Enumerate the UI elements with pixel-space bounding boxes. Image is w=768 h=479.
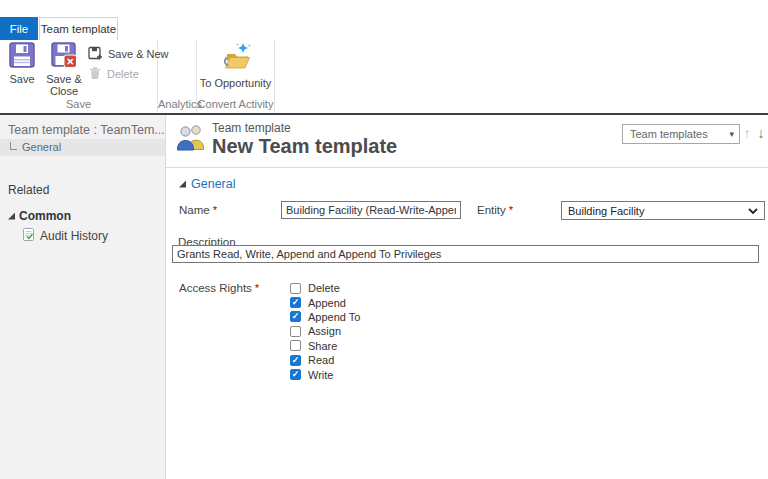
checkbox-append-to[interactable]: ✓ — [290, 311, 301, 322]
name-field-label: Name* — [179, 204, 217, 216]
ribbon: Save ✕ Save & Close — [0, 40, 768, 115]
checkbox-label: Share — [308, 340, 337, 352]
entity-label-text: Entity — [477, 204, 506, 216]
checkbox-share[interactable] — [290, 340, 301, 351]
save-and-close-button-label: Save & Close — [43, 73, 85, 97]
delete-button[interactable]: Delete — [88, 64, 169, 84]
svg-text:✕: ✕ — [66, 56, 74, 67]
access-right-row: Assign — [290, 324, 360, 338]
folder-sparkle-icon — [219, 42, 253, 74]
team-template-record-icon — [175, 123, 207, 155]
delete-button-label: Delete — [107, 68, 139, 80]
ribbon-tab-strip: File Team template — [0, 17, 768, 40]
checkbox-label: Write — [308, 369, 333, 381]
ribbon-small-buttons: Save & New Delete — [88, 44, 169, 84]
sidebar-group-common-label: Common — [19, 209, 71, 223]
tab-file[interactable]: File — [0, 17, 38, 40]
entity-select-value: Building Facility — [568, 205, 644, 217]
access-right-row: Share — [290, 339, 360, 353]
sidebar-item-general[interactable]: General — [0, 139, 165, 156]
checkbox-label: Assign — [308, 325, 341, 337]
checkbox-delete[interactable] — [290, 283, 301, 294]
save-and-new-button[interactable]: Save & New — [88, 44, 169, 64]
required-marker: * — [213, 204, 217, 216]
entity-select[interactable]: Building Facility — [561, 201, 765, 220]
save-button-label: Save — [9, 73, 34, 85]
ribbon-group-convert-label: Convert Activity — [197, 98, 274, 110]
record-set-lookup[interactable]: Team templates ▾ — [622, 124, 740, 144]
checkbox-assign[interactable] — [290, 326, 301, 337]
name-input[interactable] — [281, 201, 461, 219]
access-right-row: ✓Write — [290, 367, 360, 381]
name-label-text: Name — [179, 204, 210, 216]
checkbox-label: Append To — [308, 311, 360, 323]
sidebar-item-audit-history[interactable]: Audit History — [22, 228, 165, 244]
expander-triangle-icon — [8, 213, 15, 220]
header-entity-type-label: Team template — [212, 121, 291, 135]
ribbon-group-save: Save ✕ Save & Close — [0, 40, 158, 113]
select-chevron-icon — [748, 205, 758, 217]
required-marker: * — [509, 204, 513, 216]
sidebar-record-title: Team template : TeamTem... — [0, 115, 165, 137]
floppy-disk-icon — [9, 42, 35, 70]
section-general-header[interactable]: General — [179, 177, 235, 191]
section-general-label: General — [191, 177, 235, 191]
checkbox-append[interactable]: ✓ — [290, 297, 301, 308]
required-marker: * — [255, 282, 259, 294]
checkbox-label: Delete — [308, 282, 340, 294]
record-set-lookup-value: Team templates — [630, 128, 708, 140]
access-rights-field-label: Access Rights* — [179, 282, 259, 294]
access-right-row: ✓Append — [290, 295, 360, 309]
checkbox-label: Append — [308, 297, 346, 309]
access-right-row: Delete — [290, 281, 360, 295]
audit-history-icon — [22, 228, 35, 244]
access-rights-label-text: Access Rights — [179, 282, 252, 294]
ribbon-group-analytics: Analytics — [158, 40, 197, 113]
sidebar-item-general-label: General — [22, 141, 61, 153]
previous-record-arrow-icon[interactable]: ↑ — [740, 125, 754, 141]
access-right-row: ✓Append To — [290, 310, 360, 324]
checkbox-write[interactable]: ✓ — [290, 369, 301, 380]
description-input[interactable] — [172, 245, 759, 263]
sidebar: Team template : TeamTem... General Relat… — [0, 115, 165, 479]
access-rights-list: Delete✓Append✓Append ToAssignShare✓Read✓… — [290, 281, 360, 382]
sidebar-related-header: Related — [8, 183, 165, 197]
checkbox-read[interactable]: ✓ — [290, 355, 301, 366]
floppy-disk-x-icon: ✕ — [51, 42, 77, 70]
section-expander-triangle-icon — [179, 181, 186, 188]
save-and-close-button[interactable]: ✕ Save & Close — [43, 42, 85, 97]
to-opportunity-button-label: To Opportunity — [200, 77, 272, 89]
tab-team-template[interactable]: Team template — [39, 17, 118, 40]
floppy-plus-icon — [88, 46, 103, 63]
form-header: Team template New Team template Team tem… — [166, 115, 768, 168]
entity-field-label: Entity* — [477, 204, 513, 216]
main-form-pane: Team template New Team template Team tem… — [165, 115, 768, 479]
save-button[interactable]: Save — [4, 42, 40, 85]
chevron-down-icon: ▾ — [729, 129, 734, 139]
checkbox-label: Read — [308, 354, 334, 366]
access-right-row: ✓Read — [290, 353, 360, 367]
tree-branch-icon — [10, 142, 17, 150]
page-title: New Team template — [212, 135, 397, 158]
ribbon-group-save-label: Save — [0, 98, 157, 110]
trash-icon — [88, 66, 102, 82]
sidebar-group-common[interactable]: Common — [8, 209, 165, 223]
ribbon-group-convert-activity: To Opportunity Convert Activity — [197, 40, 275, 113]
next-record-arrow-icon[interactable]: ↓ — [754, 125, 768, 141]
sidebar-item-audit-history-label: Audit History — [40, 229, 108, 243]
to-opportunity-button[interactable]: To Opportunity — [200, 42, 272, 89]
ribbon-group-analytics-label: Analytics — [158, 98, 196, 110]
